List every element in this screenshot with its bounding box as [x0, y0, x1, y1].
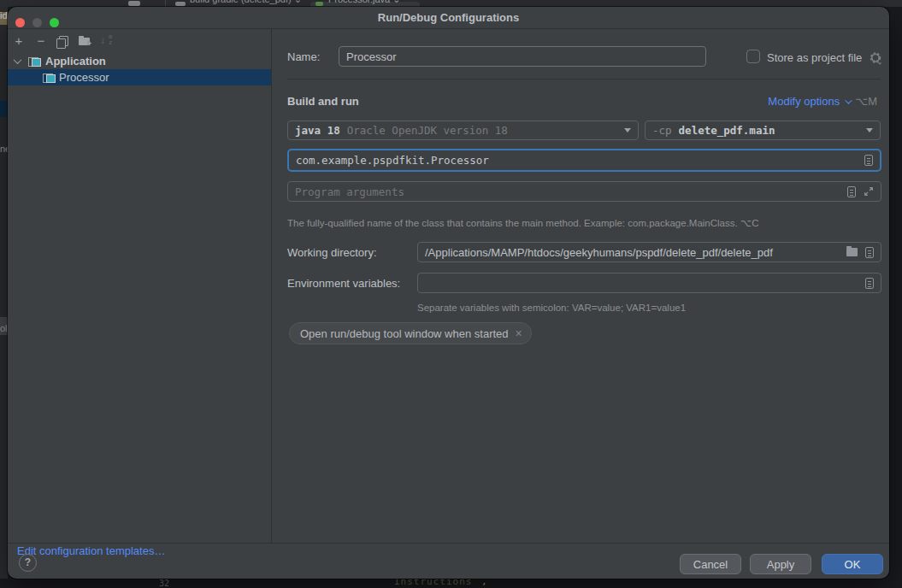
insert-macros-icon[interactable] — [864, 155, 873, 166]
help-button[interactable]: ? — [19, 554, 37, 572]
name-input[interactable]: Processor — [339, 46, 706, 67]
jre-description: Oracle OpenJDK version 18 — [347, 124, 619, 137]
main-class-value: com.example.pspdfkit.Processor — [296, 154, 857, 167]
gear-icon[interactable] — [869, 51, 882, 65]
sort-alpha-icon: ↓ a z — [100, 34, 112, 46]
modify-options-shortcut: ⌥M — [855, 95, 877, 108]
background-editor-cursor: , — [481, 579, 487, 587]
expand-field-icon[interactable] — [864, 186, 874, 197]
background-run-config-tab: build gradle (delete_pdf) ⌄ — [190, 0, 302, 5]
sort-configurations-button[interactable]: ↓ a z — [99, 34, 113, 48]
question-mark-icon: ? — [25, 556, 31, 568]
application-type-icon — [43, 73, 56, 83]
tree-item-processor[interactable]: Processor — [8, 69, 271, 85]
build-and-run-heading: Build and run — [287, 95, 359, 108]
classpath-module: delete_pdf.main — [679, 124, 861, 137]
program-arguments-placeholder: Program arguments — [295, 185, 840, 198]
modify-options-control[interactable]: Modify options ⌥M — [768, 95, 877, 108]
background-editor-text: Instructions — [394, 579, 472, 587]
panel-divider — [271, 29, 272, 543]
application-type-icon — [28, 56, 41, 67]
modify-options-link[interactable]: Modify options — [768, 95, 840, 108]
run-debug-configurations-dialog: Run/Debug Configurations + − + ↓ — [8, 7, 889, 579]
minimize-traffic-light[interactable] — [32, 18, 42, 27]
copy-configuration-button[interactable] — [55, 34, 68, 48]
ok-button[interactable]: OK — [822, 554, 883, 574]
dialog-title: Run/Debug Configurations — [378, 11, 519, 24]
tree-group-label: Application — [45, 55, 106, 68]
browse-variables-icon[interactable] — [865, 278, 874, 289]
edit-configuration-templates-link[interactable]: Edit configuration templates… — [17, 544, 165, 557]
program-arguments-input[interactable]: Program arguments — [287, 181, 881, 202]
dialog-titlebar[interactable]: Run/Debug Configurations — [8, 7, 889, 29]
footer-divider — [8, 543, 889, 544]
ok-button-label: OK — [845, 558, 861, 571]
main-class-input[interactable]: com.example.pspdfkit.Processor — [287, 149, 881, 172]
background-ide-toolbar: build gradle (delete_pdf) ⌄ Processor.ja… — [0, 0, 902, 7]
name-value: Processor — [346, 50, 699, 63]
folder-plus-icon: + — [79, 38, 90, 45]
copy-icon — [56, 36, 68, 47]
remove-configuration-button[interactable]: − — [34, 34, 48, 48]
dropdown-arrow-icon — [866, 128, 873, 132]
environment-variables-hint: Separate variables with semicolon: VAR=v… — [417, 303, 686, 313]
plus-icon: + — [15, 33, 23, 48]
new-folder-button[interactable]: + — [77, 34, 91, 48]
background-tab-label: Processor.java ⌄ — [328, 0, 400, 5]
zoom-traffic-light[interactable] — [50, 18, 59, 27]
cancel-button[interactable]: Cancel — [680, 554, 741, 574]
tag-label: Open run/debug tool window when started — [300, 327, 509, 340]
jre-selector[interactable]: java 18 Oracle OpenJDK version 18 — [287, 121, 639, 140]
environment-variables-label: Environment variables: — [287, 277, 400, 290]
close-traffic-light[interactable] — [15, 18, 25, 27]
background-class-icon — [315, 2, 323, 6]
insert-macros-icon[interactable] — [847, 186, 856, 197]
apply-button-label: Apply — [767, 558, 795, 571]
background-ide-project-tree: id ne ol — [0, 7, 8, 579]
background-gradle-icon — [175, 2, 186, 6]
configurations-sidebar: + − + ↓ a z Application — [8, 29, 271, 543]
background-text-fragment: id — [0, 10, 8, 21]
add-configuration-button[interactable]: + — [12, 34, 26, 48]
insert-macros-icon[interactable] — [865, 247, 874, 258]
toolbar-separator — [165, 0, 166, 7]
cancel-button-label: Cancel — [693, 558, 728, 571]
working-directory-value: /Applications/MAMP/htdocs/geekyhumans/ps… — [425, 246, 839, 259]
dropdown-arrow-icon — [624, 128, 631, 132]
store-as-project-file-label: Store as project file — [767, 51, 862, 64]
browse-folder-icon[interactable] — [846, 248, 858, 256]
background-text-fragment: ne — [0, 144, 8, 154]
background-line-number: 32 — [159, 579, 169, 588]
apply-button[interactable]: Apply — [750, 554, 811, 574]
tree-item-label: Processor — [59, 71, 109, 84]
background-text-fragment: ol — [0, 323, 8, 333]
classpath-flag: -cp — [652, 124, 672, 137]
environment-variables-input[interactable] — [417, 273, 881, 293]
store-as-project-file-checkbox[interactable] — [746, 50, 760, 63]
background-selection-block — [0, 101, 8, 117]
minus-icon: − — [38, 33, 45, 48]
classpath-module-selector[interactable]: -cp delete_pdf.main — [645, 121, 881, 140]
chevron-down-icon — [845, 97, 852, 103]
tree-group-application[interactable]: Application — [8, 53, 271, 69]
name-label: Name: — [287, 50, 320, 63]
main-class-hint: The fully-qualified name of the class th… — [287, 217, 758, 229]
chevron-down-icon[interactable] — [14, 56, 22, 64]
working-directory-label: Working directory: — [287, 246, 377, 259]
close-icon[interactable]: × — [516, 327, 522, 339]
section-divider — [287, 79, 881, 79]
jre-version: java 18 — [295, 124, 340, 137]
working-directory-input[interactable]: /Applications/MAMP/htdocs/geekyhumans/ps… — [417, 242, 881, 262]
open-tool-window-tag[interactable]: Open run/debug tool window when started … — [289, 322, 532, 344]
screen: build gradle (delete_pdf) ⌄ Processor.ja… — [0, 0, 902, 588]
background-ide-editor: 32 Instructions , — [0, 579, 902, 588]
background-toolbar-icon — [128, 1, 140, 6]
